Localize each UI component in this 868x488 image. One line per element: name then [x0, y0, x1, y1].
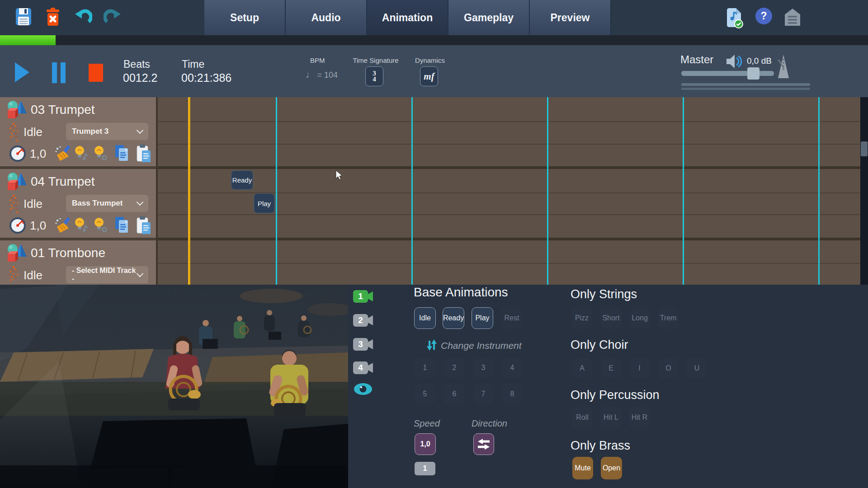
percussion-roll-button[interactable]: Roll: [572, 407, 593, 428]
bpm-value[interactable]: ♩ = 104: [306, 69, 338, 80]
button-label: 7: [481, 390, 486, 398]
master-volume-handle[interactable]: [747, 67, 760, 80]
bulb-note-icon[interactable]: [74, 145, 88, 162]
home-menu-button[interactable]: [784, 7, 801, 29]
paste-icon[interactable]: [136, 144, 151, 163]
3d-orchestra-viewport[interactable]: [0, 285, 348, 488]
button-label: Short: [602, 314, 619, 322]
change-instrument-button[interactable]: [425, 338, 438, 354]
playhead[interactable]: [188, 97, 190, 285]
speed-value-button[interactable]: 1,0: [415, 433, 436, 455]
camera-1-label: 1: [358, 291, 363, 301]
midi-track-select[interactable]: Bass Trumpet: [66, 195, 148, 212]
speed-gauge-icon[interactable]: [9, 217, 26, 234]
button-label: Play: [475, 314, 489, 322]
midi-track-select[interactable]: Trumpet 3: [66, 123, 148, 140]
midi-track-select[interactable]: - Select MIDI Track -: [66, 266, 148, 283]
animation-clip-play[interactable]: Play: [254, 193, 275, 213]
export-music-button[interactable]: [726, 7, 744, 31]
redo-button[interactable]: [104, 9, 123, 28]
choir-o-button[interactable]: O: [658, 358, 679, 379]
animation-clip-ready[interactable]: Ready: [231, 170, 253, 190]
strings-short-button[interactable]: Short: [600, 307, 622, 329]
choir-u-button[interactable]: U: [687, 358, 707, 379]
percussion-hitl-button[interactable]: Hit L: [600, 407, 622, 428]
camera-3-button[interactable]: 3: [353, 338, 368, 351]
speed-gauge-icon[interactable]: [9, 145, 26, 162]
brass-mute-button[interactable]: Mute: [572, 457, 593, 479]
play-button[interactable]: [15, 62, 29, 82]
metronome-button[interactable]: [775, 54, 792, 81]
button-label: I: [638, 364, 640, 372]
speed-step-button[interactable]: 1: [415, 462, 435, 475]
copy-icon[interactable]: [114, 216, 130, 234]
master-mute-button[interactable]: [726, 54, 743, 70]
instrument-6-button[interactable]: 6: [444, 384, 465, 404]
delete-button[interactable]: [45, 7, 61, 29]
direction-button[interactable]: [473, 433, 494, 455]
instrument-2-button[interactable]: 2: [444, 358, 465, 378]
bulb-circle-icon[interactable]: [93, 216, 108, 234]
direction-label: Direction: [472, 418, 507, 429]
timeline-grid[interactable]: Ready Play: [156, 97, 860, 285]
instrument-1-button[interactable]: 1: [415, 358, 435, 378]
tab-audio[interactable]: Audio: [286, 0, 367, 35]
copy-icon[interactable]: [114, 144, 130, 162]
button-label: E: [609, 364, 613, 372]
strings-long-button[interactable]: Long: [629, 307, 650, 329]
tab-preview[interactable]: Preview: [530, 0, 611, 35]
camera-1-button[interactable]: 1: [353, 290, 368, 303]
button-label: Pizz: [575, 314, 589, 322]
beats-label: Beats: [123, 58, 150, 70]
strings-pizz-button[interactable]: Pizz: [571, 307, 592, 329]
broom-icon[interactable]: [54, 145, 71, 161]
tab-animation[interactable]: Animation: [367, 0, 448, 35]
camera-2-button[interactable]: 2: [353, 314, 368, 327]
row-separator: [156, 263, 860, 264]
camera-4-label: 4: [358, 363, 363, 373]
button-label: Open: [603, 464, 620, 472]
help-button[interactable]: ?: [755, 8, 772, 24]
view-toggle-button[interactable]: [353, 382, 373, 398]
stop-button[interactable]: [89, 64, 103, 82]
save-button[interactable]: [15, 7, 32, 29]
cho ir-i-button[interactable]: I: [629, 358, 650, 379]
tab-setup[interactable]: Setup: [204, 0, 286, 35]
paste-icon[interactable]: [136, 216, 151, 235]
button-label: 5: [423, 390, 427, 398]
undo-button[interactable]: [73, 9, 92, 28]
brass-open-button[interactable]: Open: [601, 457, 622, 479]
scrollbar-thumb[interactable]: [861, 141, 868, 156]
3d-shapes-icon: [5, 171, 29, 192]
base-anim-rest-button[interactable]: Rest: [501, 307, 523, 329]
base-anim-play-button[interactable]: Play: [472, 307, 493, 329]
choir-a-button[interactable]: A: [572, 358, 592, 379]
master-volume-slider[interactable]: [681, 71, 774, 76]
button-label: Trem: [660, 314, 677, 322]
instrument-7-button[interactable]: 7: [473, 384, 494, 404]
base-anim-idle-button[interactable]: Idle: [414, 307, 436, 329]
percussion-hitr-button[interactable]: Hit R: [629, 407, 650, 428]
timeline-scrollbar[interactable]: [860, 97, 868, 285]
base-anim-ready-button[interactable]: Ready: [443, 307, 464, 329]
instrument-3-button[interactable]: 3: [473, 358, 494, 378]
time-signature-button[interactable]: 3 4: [365, 66, 383, 86]
camera-4-button[interactable]: 4: [353, 361, 368, 374]
row-separator: [156, 121, 860, 122]
button-label: 2: [453, 364, 457, 372]
bulb-note-icon[interactable]: [74, 216, 88, 234]
instrument-5-button[interactable]: 5: [415, 384, 435, 404]
bulb-circle-icon[interactable]: [93, 145, 108, 162]
broom-icon[interactable]: [54, 217, 71, 233]
button-label: Rest: [505, 314, 519, 322]
midi-track-value: - Select MIDI Track -: [72, 267, 137, 283]
instrument-8-button[interactable]: 8: [502, 384, 523, 404]
choir-e-button[interactable]: E: [601, 358, 621, 379]
clip-label: Play: [258, 200, 271, 207]
midi-track-value: Bass Trumpet: [72, 199, 123, 208]
pause-button[interactable]: [52, 62, 66, 83]
instrument-4-button[interactable]: 4: [502, 358, 523, 378]
dynamics-button[interactable]: mf: [420, 66, 438, 86]
strings-trem-button[interactable]: Trem: [658, 307, 679, 329]
tab-gameplay[interactable]: Gameplay: [448, 0, 530, 35]
